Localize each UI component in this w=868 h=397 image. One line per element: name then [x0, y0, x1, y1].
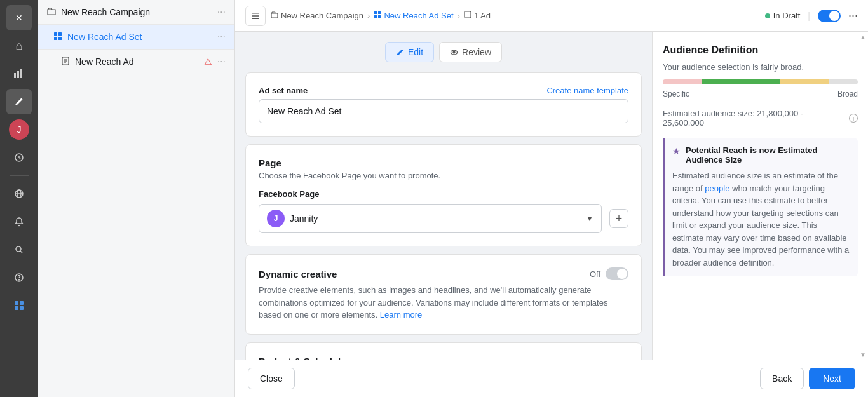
dynamic-creative-toggle[interactable] [606, 267, 628, 280]
audience-panel: Audience Definition Your audience select… [652, 32, 868, 360]
audience-size-info-icon[interactable]: i [849, 114, 858, 123]
globe-icon[interactable] [6, 181, 32, 206]
breadcrumb-campaign[interactable]: New Reach Campaign [271, 11, 363, 20]
facebook-page-select[interactable]: J Jannity ▼ [259, 204, 602, 233]
adset-icon-bc [374, 11, 381, 20]
edit-tab-label: Edit [408, 47, 423, 57]
close-button[interactable]: Close [248, 368, 295, 389]
publish-toggle[interactable] [818, 10, 841, 22]
search-icon[interactable] [6, 237, 32, 262]
edit-icon[interactable] [6, 89, 32, 114]
next-button[interactable]: Next [809, 368, 855, 389]
audience-size-label: Estimated audience size: 21,800,000 - 25… [663, 109, 846, 128]
draft-dot [765, 13, 770, 18]
dynamic-toggle-label: Off [590, 269, 600, 279]
audience-size-row: Estimated audience size: 21,800,000 - 25… [663, 109, 858, 128]
sidebar-item-adset[interactable]: New Reach Ad Set ··· [38, 25, 234, 50]
adset-name-input[interactable] [259, 99, 628, 123]
svg-rect-24 [252, 15, 259, 17]
potential-reach-notification: ★ Potential Reach is now Estimated Audie… [663, 138, 858, 276]
dynamic-creative-card: Dynamic creative Off Provide creative el… [245, 254, 642, 335]
gauge-labels: Specific Broad [663, 90, 858, 98]
back-button[interactable]: Back [760, 368, 804, 389]
page-section-title: Page [259, 158, 628, 168]
star-icon: ★ [672, 146, 681, 156]
breadcrumb-adset[interactable]: New Reach Ad Set [374, 11, 453, 20]
svg-rect-30 [465, 11, 471, 18]
edit-tab[interactable]: Edit [385, 42, 434, 62]
divider [10, 175, 29, 176]
clock-icon[interactable] [6, 145, 32, 170]
chart-icon[interactable] [6, 61, 32, 86]
sidebar-toggle-button[interactable] [245, 6, 266, 26]
topbar: New Reach Campaign › New Reach Ad Set › … [235, 0, 868, 32]
topbar-divider: | [808, 11, 810, 21]
grid-active-icon[interactable] [6, 293, 32, 318]
sidebar-item-campaign[interactable]: New Reach Campaign ··· [38, 0, 234, 25]
page-card: Page Choose the Facebook Page you want t… [245, 144, 642, 246]
sidebar-item-ad[interactable]: New Reach Ad ⚠ ··· [38, 50, 234, 74]
scroll-up-arrow[interactable]: ▲ [858, 32, 868, 42]
notif-body: Estimated audience size is an estimate o… [672, 170, 850, 269]
create-name-template-link[interactable]: Create name template [546, 86, 628, 95]
notif-header: ★ Potential Reach is now Estimated Audie… [672, 145, 850, 165]
svg-rect-11 [15, 301, 18, 305]
svg-rect-25 [252, 18, 259, 19]
people-link[interactable]: people [705, 184, 729, 193]
adset-icon [53, 32, 62, 43]
more-options-icon[interactable]: ··· [848, 9, 858, 22]
svg-rect-14 [20, 306, 24, 310]
ad-doc-icon [61, 57, 70, 67]
in-draft-badge: In Draft [765, 11, 801, 20]
scroll-down-arrow[interactable]: ▼ [858, 349, 868, 360]
adset-name-card: Ad set name Create name template [245, 72, 642, 137]
bell-icon[interactable] [6, 209, 32, 234]
svg-rect-15 [54, 32, 57, 36]
facebook-page-label: Facebook Page [259, 189, 628, 199]
bottom-right-actions: Back Next [760, 368, 855, 389]
svg-rect-17 [54, 37, 57, 40]
content-area: Edit Review Ad set name Create name temp… [235, 32, 868, 360]
dynamic-creative-desc: Provide creative elements, such as image… [259, 284, 628, 321]
breadcrumb-sep2: › [458, 11, 460, 20]
campaign-folder-icon [47, 7, 56, 18]
page-section-desc: Choose the Facebook Page you want to pro… [259, 171, 628, 180]
add-page-button[interactable]: + [609, 209, 628, 228]
review-tab[interactable]: Review [439, 42, 502, 62]
page-name: Jannity [290, 213, 581, 224]
svg-rect-0 [14, 73, 16, 78]
avatar[interactable]: J [6, 117, 32, 142]
notif-title: Potential Reach is now Estimated Audienc… [686, 145, 850, 165]
gauge-broad-label: Broad [837, 90, 858, 98]
svg-point-32 [453, 51, 455, 53]
adset-name-label: Ad set name Create name template [259, 86, 628, 95]
breadcrumb-ad[interactable]: 1 Ad [464, 11, 491, 20]
svg-rect-28 [374, 15, 377, 18]
main-area: New Reach Campaign › New Reach Ad Set › … [235, 0, 868, 397]
page-avatar: J [267, 210, 285, 227]
svg-line-8 [20, 251, 22, 253]
audience-desc: Your audience selection is fairly broad. [663, 62, 858, 72]
campaign-more-icon[interactable]: ··· [217, 6, 226, 18]
ad-label: New Reach Ad [75, 57, 199, 67]
dynamic-creative-header: Dynamic creative Off [259, 267, 628, 280]
home-icon[interactable]: ⌂ [6, 33, 32, 58]
breadcrumb-ad-label: 1 Ad [474, 11, 491, 20]
adset-more-icon[interactable]: ··· [217, 31, 226, 43]
svg-rect-2 [20, 69, 22, 78]
svg-rect-23 [252, 13, 259, 14]
ad-icon-bc [464, 11, 471, 20]
help-icon[interactable] [6, 265, 32, 290]
topbar-right: In Draft | ··· [765, 9, 858, 22]
breadcrumb-campaign-label: New Reach Campaign [281, 11, 363, 20]
svg-rect-16 [58, 32, 62, 36]
svg-point-7 [16, 246, 21, 252]
campaign-label: New Reach Campaign [61, 7, 212, 17]
learn-more-link[interactable]: Learn more [380, 310, 422, 320]
audience-panel-content: Audience Definition Your audience select… [653, 32, 868, 289]
ad-warning-icon: ⚠ [204, 57, 212, 67]
page-chevron-icon: ▼ [586, 214, 593, 223]
close-sidebar-icon[interactable]: ✕ [6, 5, 32, 30]
svg-rect-27 [378, 11, 381, 14]
ad-more-icon[interactable]: ··· [217, 56, 226, 67]
